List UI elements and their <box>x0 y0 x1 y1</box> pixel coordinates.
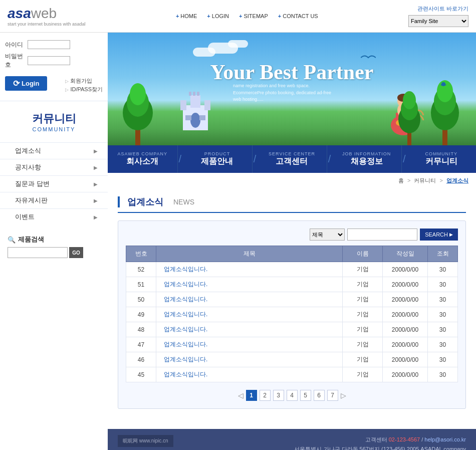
row-title-link[interactable]: 업계소식입니다. <box>164 326 207 333</box>
nav-product[interactable]: PRODUCT 제품안내 <box>182 145 253 173</box>
row-title-link[interactable]: 업계소식입니다. <box>164 266 207 273</box>
id-input[interactable] <box>28 40 70 49</box>
page-2[interactable]: 2 <box>260 390 271 401</box>
cell-views: 30 <box>428 307 458 322</box>
login-button[interactable]: ⟳Login <box>5 76 47 91</box>
svg-rect-9 <box>193 92 195 96</box>
nav-home[interactable]: HOME <box>176 13 197 19</box>
row-title-link[interactable]: 업계소식입니다. <box>164 296 207 303</box>
nav-community[interactable]: COMMUNITY 커무니티 <box>406 145 476 173</box>
cell-date: 2000/0/00 <box>383 352 428 367</box>
sidebar-item-event[interactable]: 이벤트 ▶ <box>0 208 108 225</box>
nav-contact[interactable]: CONTACT US <box>278 13 318 19</box>
nav-service[interactable]: SERVICE CENTER 고객센터 <box>257 145 327 173</box>
row-title-link[interactable]: 업계소식입니다. <box>164 311 207 318</box>
cell-num: 51 <box>126 277 156 292</box>
pw-input[interactable] <box>28 56 70 65</box>
search-bar: 제목 SEARCH <box>126 229 458 241</box>
search-input[interactable] <box>347 229 417 241</box>
sidebar-item-qna[interactable]: 질문과 답변 ▶ <box>0 175 108 192</box>
footer-phone-label: 고객센터 <box>365 436 387 442</box>
cell-views: 30 <box>428 352 458 367</box>
page-6[interactable]: 6 <box>314 390 325 401</box>
nav-bar: ASAWEB COMPANY 회사소개 / PRODUCT 제품안내 / SER… <box>108 145 476 173</box>
breadcrumb-sep1: > <box>407 177 410 183</box>
cell-title: 업계소식입니다. <box>156 337 343 352</box>
tree-left-svg <box>118 75 158 145</box>
cell-name: 기업 <box>343 322 383 337</box>
banner: Your Best Partner name registration and … <box>108 33 476 145</box>
cell-title: 업계소식입니다. <box>156 292 343 307</box>
cell-name: 기업 <box>343 352 383 367</box>
page-4[interactable]: 4 <box>287 390 298 401</box>
search-button[interactable]: SEARCH <box>420 229 458 241</box>
logo: asaweb start your internet business with… <box>8 6 86 27</box>
product-search-button[interactable]: GO <box>69 247 83 258</box>
breadcrumb-community[interactable]: 커뮤니티 <box>414 177 436 183</box>
nav-sep-1: / <box>178 145 183 173</box>
sidebar-item-notice[interactable]: 공지사항 ▶ <box>0 159 108 175</box>
page-5[interactable]: 5 <box>300 390 311 401</box>
tree-right2-svg <box>396 80 426 145</box>
table-row: 45 업계소식입니다. 기업 2000/0/00 30 <box>126 367 458 382</box>
find-link[interactable]: ID/PASS찾기 <box>65 86 103 93</box>
footer-contact: 고객센터 02-123-4567 / help@asori.co.kr <box>294 435 466 444</box>
search-type-select[interactable]: 제목 <box>310 229 345 241</box>
product-search-area: 제품검색 GO <box>8 235 100 258</box>
footer-right: 고객센터 02-123-4567 / help@asori.co.kr 서울특별… <box>294 435 466 450</box>
cell-name: 기업 <box>343 277 383 292</box>
right-content: Your Best Partner name registration and … <box>108 33 476 450</box>
svg-point-11 <box>190 113 200 128</box>
top-navigation: HOME LOGIN SITEMAP CONTACT US <box>176 13 318 19</box>
row-title-link[interactable]: 업계소식입니다. <box>164 371 207 378</box>
logo-asa: asa <box>8 6 31 21</box>
svg-rect-13 <box>199 115 205 120</box>
nav-login[interactable]: LOGIN <box>207 13 229 19</box>
sidebar-item-freeboard[interactable]: 자유게시판 ▶ <box>0 192 108 208</box>
breadcrumb-current: 업계소식 <box>446 177 468 183</box>
sidebar-item-industry[interactable]: 업계소식 ▶ <box>0 142 108 159</box>
join-link[interactable]: 회원가입 <box>65 77 103 85</box>
sidebar-nav: 업계소식 ▶ 공지사항 ▶ 질문과 답변 ▶ 자유게시판 ▶ 이벤트 ▶ <box>0 142 108 225</box>
nav-sep-4: / <box>402 145 407 173</box>
page-1[interactable]: 1 <box>246 390 257 401</box>
cloud-2 <box>228 40 248 48</box>
product-search-box: GO <box>8 247 100 258</box>
row-title-link[interactable]: 업계소식입니다. <box>164 356 207 363</box>
page-7[interactable]: 7 <box>327 390 338 401</box>
product-search-input[interactable] <box>8 247 68 258</box>
page-prev[interactable]: ◁ <box>238 391 244 399</box>
page-next[interactable]: ▷ <box>341 391 346 399</box>
cell-date: 2000/0/00 <box>383 337 428 352</box>
cell-views: 30 <box>428 262 458 277</box>
cell-name: 기업 <box>343 262 383 277</box>
family-site-select[interactable]: Family Site <box>408 15 468 27</box>
nav-company[interactable]: ASAWEB COMPANY 회사소개 <box>108 145 178 173</box>
pw-label: 비밀번호 <box>5 52 28 69</box>
table-row: 48 업계소식입니다. 기업 2000/0/00 30 <box>126 322 458 337</box>
nav-sep-2: / <box>253 145 258 173</box>
th-name: 이름 <box>343 246 383 262</box>
nav-job[interactable]: JOB INFORMATION 채용정보 <box>332 145 402 173</box>
section-title: 업계소식 <box>127 196 163 208</box>
footer-address: 서울특별시 가나구 다라동 567번지 (123-456) 2005 ASADA… <box>294 444 466 450</box>
svg-rect-5 <box>180 100 186 110</box>
community-title-kr: 커뮤니티 <box>0 111 108 126</box>
nav-sitemap[interactable]: SITEMAP <box>239 13 268 19</box>
row-title-link[interactable]: 업계소식입니다. <box>164 341 207 348</box>
cell-title: 업계소식입니다. <box>156 262 343 277</box>
cell-views: 30 <box>428 322 458 337</box>
castle-svg <box>178 90 213 130</box>
cell-title: 업계소식입니다. <box>156 352 343 367</box>
row-title-link[interactable]: 업계소식입니다. <box>164 281 207 288</box>
svg-point-26 <box>441 82 445 86</box>
data-table: 번호 제목 이름 작성일 조회 52 업계소식입니다. 기업 2000/0/00… <box>126 246 458 382</box>
svg-rect-8 <box>189 92 191 96</box>
family-site-link[interactable]: 관련사이트 바로가기 <box>417 5 468 13</box>
cell-title: 업계소식입니다. <box>156 322 343 337</box>
cell-date: 2000/0/00 <box>383 367 428 382</box>
table-body: 52 업계소식입니다. 기업 2000/0/00 30 51 업계소식입니다. … <box>126 262 458 382</box>
th-num: 번호 <box>126 246 156 262</box>
breadcrumb-home[interactable]: 홈 <box>398 177 404 183</box>
page-3[interactable]: 3 <box>273 390 284 401</box>
